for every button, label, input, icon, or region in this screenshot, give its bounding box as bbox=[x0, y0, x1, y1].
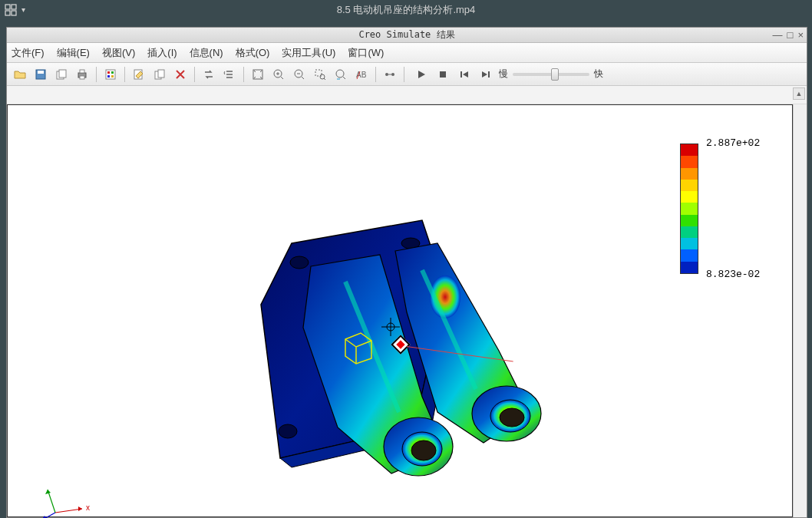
legend-segment bbox=[681, 215, 698, 226]
menu-utilities[interactable]: 实用工具(U) bbox=[282, 46, 335, 60]
svg-rect-5 bbox=[38, 71, 44, 74]
legend-segment bbox=[681, 238, 698, 249]
legend-segment bbox=[681, 191, 698, 203]
svg-rect-11 bbox=[106, 70, 115, 79]
edit-icon[interactable] bbox=[130, 66, 147, 83]
legend-segment bbox=[681, 144, 698, 156]
legend-segment bbox=[681, 156, 698, 167]
svg-point-39 bbox=[500, 408, 524, 427]
legend-segment bbox=[681, 226, 698, 238]
layout-icon[interactable] bbox=[5, 4, 17, 16]
toolbar: AB 慢 快 bbox=[7, 63, 807, 86]
svg-rect-3 bbox=[12, 11, 16, 15]
svg-point-26 bbox=[385, 73, 388, 76]
svg-rect-0 bbox=[5, 5, 10, 9]
svg-rect-9 bbox=[80, 70, 84, 73]
legend-segment bbox=[681, 262, 698, 273]
menu-info[interactable]: 信息(N) bbox=[190, 46, 223, 60]
svg-rect-28 bbox=[440, 71, 446, 78]
svg-rect-2 bbox=[5, 11, 10, 15]
results-window: Creo Simulate 结果 — □ × 文件(F) 编辑(E) 视图(V)… bbox=[6, 27, 807, 518]
svg-rect-18 bbox=[158, 70, 164, 78]
svg-rect-1 bbox=[12, 5, 16, 9]
svg-rect-12 bbox=[107, 71, 110, 74]
query-icon[interactable] bbox=[381, 66, 398, 83]
legend-segment bbox=[681, 203, 698, 214]
svg-point-36 bbox=[411, 440, 436, 460]
window-title: Creo Simulate 结果 bbox=[358, 28, 454, 41]
svg-point-24 bbox=[336, 70, 344, 78]
video-title: 8.5 电动机吊座的结构分析.mp4 bbox=[337, 3, 476, 17]
speed-fast-label: 快 bbox=[594, 68, 603, 81]
menu-file[interactable]: 文件(F) bbox=[12, 46, 45, 60]
info-strip: ▲ bbox=[7, 86, 807, 104]
svg-rect-7 bbox=[59, 70, 66, 78]
menu-bar: 文件(F) 编辑(E) 视图(V) 插入(I) 信息(N) 格式(O) 实用工具… bbox=[7, 43, 807, 63]
svg-marker-45 bbox=[45, 490, 51, 494]
svg-point-33 bbox=[279, 424, 297, 438]
results-title-bar[interactable]: Creo Simulate 结果 — □ × bbox=[7, 28, 807, 43]
step-back-icon[interactable] bbox=[456, 66, 473, 83]
close-button[interactable]: × bbox=[797, 30, 804, 40]
legend-max-label: 2.887e+02 bbox=[706, 137, 760, 149]
toolbar-separator bbox=[96, 67, 97, 82]
speed-slider[interactable] bbox=[513, 73, 589, 76]
svg-point-31 bbox=[290, 256, 309, 269]
vertical-scrollbar[interactable] bbox=[793, 104, 807, 517]
menu-view[interactable]: 视图(V) bbox=[102, 46, 135, 60]
maximize-button[interactable]: □ bbox=[787, 30, 794, 40]
copy-icon[interactable] bbox=[151, 66, 168, 83]
legend-min-label: 8.823e-02 bbox=[706, 269, 760, 280]
legend-segment bbox=[681, 249, 698, 261]
scroll-up-icon[interactable]: ▲ bbox=[793, 87, 805, 100]
graphics-canvas[interactable]: 2.887e+02 8.823e-02 bbox=[7, 104, 793, 517]
axis-x-label: x bbox=[86, 503, 90, 512]
svg-rect-13 bbox=[111, 71, 114, 74]
play-icon[interactable] bbox=[413, 66, 430, 83]
zoom-in-icon[interactable] bbox=[270, 66, 287, 83]
toolbar-separator bbox=[124, 67, 125, 82]
csys-cube-icon bbox=[338, 324, 376, 366]
legend-segment bbox=[681, 168, 698, 180]
toolbar-separator bbox=[404, 67, 404, 82]
chevron-down-icon[interactable]: ▾ bbox=[21, 5, 25, 14]
legend-segment bbox=[681, 180, 698, 191]
exchange-icon[interactable] bbox=[221, 66, 238, 83]
stop-icon[interactable] bbox=[434, 66, 451, 83]
menu-window[interactable]: 窗口(W) bbox=[348, 46, 384, 60]
minimize-button[interactable]: — bbox=[773, 30, 783, 40]
zoom-out-icon[interactable] bbox=[291, 66, 308, 83]
saved-views-icon[interactable] bbox=[332, 66, 349, 83]
display-options-icon[interactable] bbox=[102, 66, 119, 83]
svg-rect-10 bbox=[80, 76, 84, 79]
color-legend: 2.887e+02 8.823e-02 bbox=[680, 144, 767, 274]
menu-format[interactable]: 格式(O) bbox=[236, 46, 270, 60]
svg-rect-14 bbox=[107, 75, 110, 78]
swap-icon[interactable] bbox=[200, 66, 217, 83]
svg-line-42 bbox=[55, 509, 82, 513]
svg-rect-30 bbox=[488, 71, 490, 78]
print-icon[interactable] bbox=[74, 66, 91, 83]
refit-icon[interactable] bbox=[249, 66, 266, 83]
menu-insert[interactable]: 插入(I) bbox=[147, 46, 177, 60]
fea-model bbox=[246, 213, 568, 504]
delete-icon[interactable] bbox=[172, 66, 189, 83]
save-icon[interactable] bbox=[32, 66, 49, 83]
outer-title-bar: ▾ 8.5 电动机吊座的结构分析.mp4 bbox=[0, 0, 812, 19]
copy-setup-icon[interactable] bbox=[53, 66, 70, 83]
step-forward-icon[interactable] bbox=[477, 66, 494, 83]
annotate-icon[interactable]: AB bbox=[353, 66, 370, 83]
toolbar-separator bbox=[243, 67, 244, 82]
menu-edit[interactable]: 编辑(E) bbox=[57, 46, 90, 60]
svg-rect-29 bbox=[460, 71, 462, 78]
axis-triad: x bbox=[40, 478, 101, 518]
toolbar-separator bbox=[375, 67, 376, 82]
svg-point-27 bbox=[391, 73, 394, 76]
svg-marker-43 bbox=[78, 506, 82, 511]
toolbar-separator bbox=[194, 67, 195, 82]
open-icon[interactable] bbox=[12, 66, 28, 83]
zoom-area-icon[interactable] bbox=[312, 66, 328, 83]
speed-slow-label: 慢 bbox=[499, 68, 508, 81]
svg-rect-15 bbox=[111, 75, 114, 78]
